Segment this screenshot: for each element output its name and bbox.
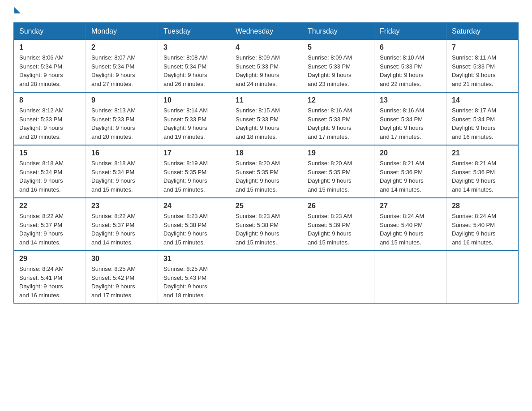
calendar-cell xyxy=(374,251,446,304)
calendar-cell: 18Sunrise: 8:20 AMSunset: 5:35 PMDayligh… xyxy=(230,145,302,198)
calendar-cell: 13Sunrise: 8:16 AMSunset: 5:34 PMDayligh… xyxy=(374,92,446,145)
day-info: Sunrise: 8:25 AMSunset: 5:43 PMDaylight:… xyxy=(163,265,224,300)
day-number: 4 xyxy=(236,43,296,51)
calendar-cell: 26Sunrise: 8:23 AMSunset: 5:39 PMDayligh… xyxy=(302,198,374,251)
calendar-cell: 31Sunrise: 8:25 AMSunset: 5:43 PMDayligh… xyxy=(158,251,230,304)
day-number: 13 xyxy=(380,96,441,104)
day-info: Sunrise: 8:11 AMSunset: 5:33 PMDaylight:… xyxy=(452,53,513,88)
day-number: 22 xyxy=(19,202,80,210)
day-info: Sunrise: 8:09 AMSunset: 5:33 PMDaylight:… xyxy=(236,53,296,88)
day-number: 12 xyxy=(308,96,369,104)
calendar-cell: 2Sunrise: 8:07 AMSunset: 5:34 PMDaylight… xyxy=(86,40,158,92)
day-number: 10 xyxy=(163,96,224,104)
day-number: 6 xyxy=(380,43,441,51)
day-number: 17 xyxy=(163,149,224,157)
calendar-cell: 1Sunrise: 8:06 AMSunset: 5:34 PMDaylight… xyxy=(14,40,86,92)
day-number: 15 xyxy=(19,149,80,157)
day-number: 5 xyxy=(308,43,369,51)
calendar-cell: 25Sunrise: 8:23 AMSunset: 5:38 PMDayligh… xyxy=(230,198,302,251)
calendar-week-row: 1Sunrise: 8:06 AMSunset: 5:34 PMDaylight… xyxy=(14,40,519,92)
day-number: 14 xyxy=(452,96,513,104)
column-header-monday: Monday xyxy=(86,23,158,40)
calendar-cell: 17Sunrise: 8:19 AMSunset: 5:35 PMDayligh… xyxy=(158,145,230,198)
day-number: 11 xyxy=(236,96,296,104)
calendar-cell: 21Sunrise: 8:21 AMSunset: 5:36 PMDayligh… xyxy=(446,145,519,198)
calendar-cell: 4Sunrise: 8:09 AMSunset: 5:33 PMDaylight… xyxy=(230,40,302,92)
calendar-cell: 5Sunrise: 8:09 AMSunset: 5:33 PMDaylight… xyxy=(302,40,374,92)
logo xyxy=(13,9,31,13)
day-info: Sunrise: 8:20 AMSunset: 5:35 PMDaylight:… xyxy=(308,159,369,194)
day-number: 23 xyxy=(91,202,152,210)
day-number: 24 xyxy=(163,202,224,210)
calendar-cell: 3Sunrise: 8:08 AMSunset: 5:34 PMDaylight… xyxy=(158,40,230,92)
column-header-thursday: Thursday xyxy=(302,23,374,40)
calendar-cell xyxy=(302,251,374,304)
column-header-sunday: Sunday xyxy=(14,23,86,40)
day-number: 7 xyxy=(452,43,513,51)
day-number: 9 xyxy=(91,96,152,104)
day-info: Sunrise: 8:24 AMSunset: 5:40 PMDaylight:… xyxy=(452,212,513,247)
column-header-saturday: Saturday xyxy=(446,23,519,40)
calendar-cell: 27Sunrise: 8:24 AMSunset: 5:40 PMDayligh… xyxy=(374,198,446,251)
day-number: 28 xyxy=(452,202,513,210)
day-info: Sunrise: 8:13 AMSunset: 5:33 PMDaylight:… xyxy=(91,106,152,141)
calendar-cell: 14Sunrise: 8:17 AMSunset: 5:34 PMDayligh… xyxy=(446,92,519,145)
calendar-week-row: 22Sunrise: 8:22 AMSunset: 5:37 PMDayligh… xyxy=(14,198,519,251)
day-number: 31 xyxy=(163,255,224,263)
calendar-cell: 8Sunrise: 8:12 AMSunset: 5:33 PMDaylight… xyxy=(14,92,86,145)
day-number: 20 xyxy=(380,149,441,157)
day-info: Sunrise: 8:24 AMSunset: 5:40 PMDaylight:… xyxy=(380,212,441,247)
calendar-week-row: 15Sunrise: 8:18 AMSunset: 5:34 PMDayligh… xyxy=(14,145,519,198)
calendar-cell xyxy=(230,251,302,304)
calendar-cell xyxy=(446,251,519,304)
day-number: 19 xyxy=(308,149,369,157)
calendar-cell: 24Sunrise: 8:23 AMSunset: 5:38 PMDayligh… xyxy=(158,198,230,251)
day-info: Sunrise: 8:18 AMSunset: 5:34 PMDaylight:… xyxy=(19,159,80,194)
calendar-cell: 6Sunrise: 8:10 AMSunset: 5:33 PMDaylight… xyxy=(374,40,446,92)
calendar-cell: 22Sunrise: 8:22 AMSunset: 5:37 PMDayligh… xyxy=(14,198,86,251)
day-info: Sunrise: 8:23 AMSunset: 5:38 PMDaylight:… xyxy=(163,212,224,247)
calendar-week-row: 29Sunrise: 8:24 AMSunset: 5:41 PMDayligh… xyxy=(14,251,519,304)
calendar-cell: 9Sunrise: 8:13 AMSunset: 5:33 PMDaylight… xyxy=(86,92,158,145)
day-number: 8 xyxy=(19,96,80,104)
day-info: Sunrise: 8:18 AMSunset: 5:34 PMDaylight:… xyxy=(91,159,152,194)
day-info: Sunrise: 8:09 AMSunset: 5:33 PMDaylight:… xyxy=(308,53,369,88)
day-info: Sunrise: 8:23 AMSunset: 5:38 PMDaylight:… xyxy=(236,212,296,247)
day-info: Sunrise: 8:14 AMSunset: 5:33 PMDaylight:… xyxy=(163,106,224,141)
day-number: 21 xyxy=(452,149,513,157)
day-info: Sunrise: 8:16 AMSunset: 5:34 PMDaylight:… xyxy=(380,106,441,141)
day-number: 25 xyxy=(236,202,296,210)
calendar-header-row: SundayMondayTuesdayWednesdayThursdayFrid… xyxy=(14,23,519,40)
calendar-cell: 10Sunrise: 8:14 AMSunset: 5:33 PMDayligh… xyxy=(158,92,230,145)
day-info: Sunrise: 8:12 AMSunset: 5:33 PMDaylight:… xyxy=(19,106,80,141)
day-number: 27 xyxy=(380,202,441,210)
day-number: 30 xyxy=(91,255,152,263)
column-header-wednesday: Wednesday xyxy=(230,23,302,40)
day-info: Sunrise: 8:06 AMSunset: 5:34 PMDaylight:… xyxy=(19,53,80,88)
calendar-cell: 20Sunrise: 8:21 AMSunset: 5:36 PMDayligh… xyxy=(374,145,446,198)
calendar-cell: 7Sunrise: 8:11 AMSunset: 5:33 PMDaylight… xyxy=(446,40,519,92)
day-info: Sunrise: 8:25 AMSunset: 5:42 PMDaylight:… xyxy=(91,265,152,300)
day-info: Sunrise: 8:16 AMSunset: 5:33 PMDaylight:… xyxy=(308,106,369,141)
calendar-cell: 23Sunrise: 8:22 AMSunset: 5:37 PMDayligh… xyxy=(86,198,158,251)
day-info: Sunrise: 8:21 AMSunset: 5:36 PMDaylight:… xyxy=(380,159,441,194)
calendar-cell: 28Sunrise: 8:24 AMSunset: 5:40 PMDayligh… xyxy=(446,198,519,251)
column-header-tuesday: Tuesday xyxy=(158,23,230,40)
day-number: 1 xyxy=(19,43,80,51)
calendar-week-row: 8Sunrise: 8:12 AMSunset: 5:33 PMDaylight… xyxy=(14,92,519,145)
calendar-cell: 15Sunrise: 8:18 AMSunset: 5:34 PMDayligh… xyxy=(14,145,86,198)
calendar-cell: 19Sunrise: 8:20 AMSunset: 5:35 PMDayligh… xyxy=(302,145,374,198)
day-info: Sunrise: 8:17 AMSunset: 5:34 PMDaylight:… xyxy=(452,106,513,141)
day-info: Sunrise: 8:24 AMSunset: 5:41 PMDaylight:… xyxy=(19,265,80,300)
day-info: Sunrise: 8:10 AMSunset: 5:33 PMDaylight:… xyxy=(380,53,441,88)
day-info: Sunrise: 8:19 AMSunset: 5:35 PMDaylight:… xyxy=(163,159,224,194)
day-info: Sunrise: 8:21 AMSunset: 5:36 PMDaylight:… xyxy=(452,159,513,194)
calendar-cell: 16Sunrise: 8:18 AMSunset: 5:34 PMDayligh… xyxy=(86,145,158,198)
calendar-cell: 12Sunrise: 8:16 AMSunset: 5:33 PMDayligh… xyxy=(302,92,374,145)
calendar-cell: 11Sunrise: 8:15 AMSunset: 5:33 PMDayligh… xyxy=(230,92,302,145)
day-number: 29 xyxy=(19,255,80,263)
day-info: Sunrise: 8:20 AMSunset: 5:35 PMDaylight:… xyxy=(236,159,296,194)
day-number: 18 xyxy=(236,149,296,157)
day-info: Sunrise: 8:07 AMSunset: 5:34 PMDaylight:… xyxy=(91,53,152,88)
page-header xyxy=(13,9,519,13)
